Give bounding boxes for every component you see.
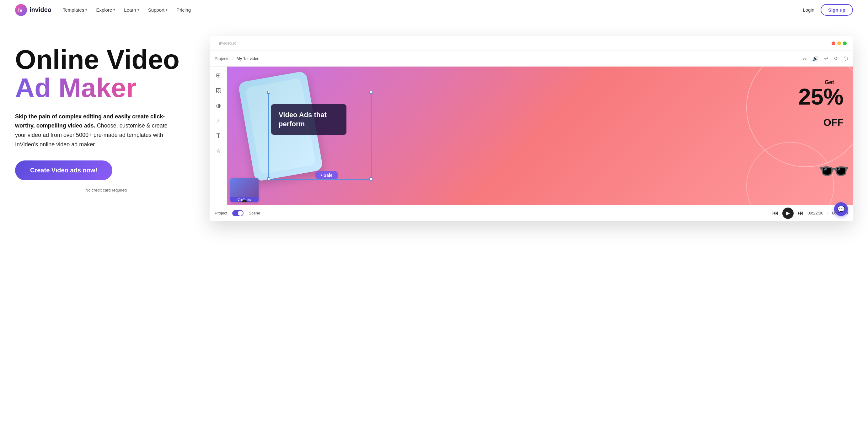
login-button[interactable]: Login (803, 7, 814, 12)
editor-body: ⊞ 🖼 ◑ ♪ T ☆ (210, 66, 853, 205)
window-controls (832, 41, 847, 45)
no-cc-text: No credit card required (15, 188, 197, 193)
audio-icon[interactable]: 🔊 (812, 56, 818, 62)
clip-thumb-image (230, 178, 258, 197)
nav-link-explore[interactable]: Explore ▾ (96, 7, 115, 12)
ad-discount: 25% (798, 85, 843, 108)
hero-title: Online Video Ad Maker (15, 45, 197, 102)
timeline-play-button[interactable]: ▶ (782, 208, 794, 219)
nav-link-templates[interactable]: Templates ▾ (63, 7, 87, 12)
ad-off-text: OFF (824, 117, 843, 128)
editor-timeline: Project Scene ⏮ ▶ ⏭ 00:22:00 / 00:44:00 (210, 205, 853, 221)
hero-left: Online Video Ad Maker Skip the pain of c… (15, 39, 197, 193)
ad-video-text: Video Ads that perform (279, 111, 339, 128)
cta-button[interactable]: Create Video ads now! (15, 160, 112, 180)
redo-icon[interactable]: ↩ (824, 56, 828, 62)
sidebar-text-icon[interactable]: T (214, 131, 223, 140)
editor-sidebar: ⊞ 🖼 ◑ ♪ T ☆ (210, 66, 227, 205)
logo-icon: iv (15, 4, 27, 16)
timeline-prev-button[interactable]: ⏮ (772, 209, 779, 217)
nav-link-learn[interactable]: Learn ▾ (124, 7, 139, 12)
sidebar-effects-icon[interactable]: ◑ (214, 101, 223, 110)
sidebar-elements-icon[interactable]: ⊞ (214, 71, 223, 80)
hero-right: invideo.io Projects / My 1st video ⇔ 🔊 (210, 36, 853, 221)
nav-link-pricing[interactable]: Pricing (176, 7, 191, 12)
editor-frame: invideo.io Projects / My 1st video ⇔ 🔊 (210, 36, 853, 221)
chevron-down-icon: ▾ (166, 8, 167, 12)
chevron-down-icon: ▾ (85, 8, 87, 12)
logo-text: invideo (30, 6, 52, 13)
signup-button[interactable]: Sign up (820, 4, 853, 16)
maximize-button[interactable] (843, 41, 847, 45)
chat-bubble[interactable]: 💬 (834, 202, 848, 216)
minimize-button[interactable] (837, 41, 841, 45)
chevron-down-icon: ▾ (113, 8, 115, 12)
timeline-current-time: 00:22:00 (807, 211, 824, 215)
logo[interactable]: iv invideo (15, 4, 52, 16)
timeline-scene-label: Scene (249, 211, 260, 215)
split-icon[interactable]: ⇔ (802, 56, 806, 62)
nav-left: iv invideo Templates ▾ Explore ▾ Learn ▾… (15, 4, 191, 16)
editor-breadcrumb: Projects / My 1st video (215, 56, 259, 61)
hero-title-gradient: Ad Maker (15, 72, 136, 103)
timeline-toggle[interactable] (232, 210, 244, 216)
svg-text:iv: iv (18, 7, 22, 13)
hero-section: Online Video Ad Maker Skip the pain of c… (0, 20, 868, 259)
hero-description: Skip the pain of complex editing and eas… (15, 112, 172, 149)
timeline-project-label: Project (215, 211, 227, 215)
timeline-next-button[interactable]: ⏭ (797, 209, 804, 217)
color-icon[interactable]: ⬡ (843, 56, 848, 62)
editor-canvas: Video Ads that perform • Sale Get 25% OF… (227, 66, 853, 205)
editor-toolbar-icons: ⇔ 🔊 ↩ ↺ ⬡ (802, 56, 848, 62)
navbar: iv invideo Templates ▾ Explore ▾ Learn ▾… (0, 0, 868, 20)
video-ad-preview: Video Ads that perform • Sale Get 25% OF… (227, 66, 853, 205)
editor-topbar: invideo.io (210, 36, 853, 51)
sel-handle-br[interactable] (369, 177, 372, 181)
nav-right: Login Sign up (803, 4, 853, 16)
sidebar-audio-icon[interactable]: ♪ (214, 116, 223, 125)
clip-thumbnail[interactable]: Clip2.mov (230, 178, 258, 202)
sidebar-favorites-icon[interactable]: ☆ (214, 146, 223, 155)
undo-icon[interactable]: ↺ (834, 56, 838, 62)
ad-sale-badge: • Sale (315, 171, 338, 180)
close-button[interactable] (832, 41, 835, 45)
sidebar-media-icon[interactable]: 🖼 (214, 86, 223, 95)
ad-text-box: Video Ads that perform (271, 104, 346, 135)
editor-toolbar-row: Projects / My 1st video ⇔ 🔊 ↩ ↺ ⬡ (210, 51, 853, 66)
chevron-down-icon: ▾ (137, 8, 140, 12)
sel-handle-tr[interactable] (369, 91, 372, 94)
nav-links: Templates ▾ Explore ▾ Learn ▾ Support ▾ … (63, 7, 191, 12)
nav-link-support[interactable]: Support ▾ (148, 7, 168, 12)
editor-domain: invideo.io (216, 41, 236, 46)
ad-sunglasses: 🕶️ (818, 156, 850, 186)
